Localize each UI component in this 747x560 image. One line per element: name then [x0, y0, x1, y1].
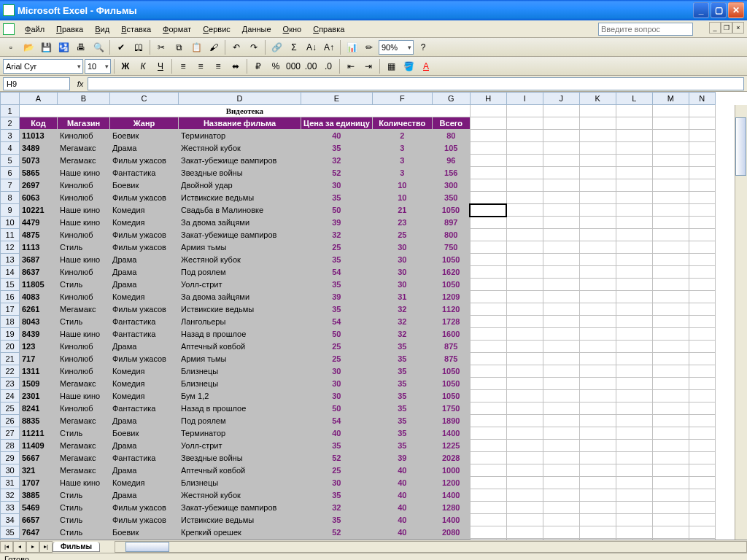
cell[interactable] [689, 117, 715, 130]
cell[interactable]: 40 [372, 477, 432, 489]
name-box[interactable]: H9 [3, 77, 70, 90]
cell[interactable] [689, 179, 715, 192]
cell[interactable] [579, 117, 616, 130]
cell[interactable] [689, 390, 715, 402]
cell[interactable]: Под роялем [179, 266, 301, 279]
cell[interactable] [579, 402, 616, 415]
cell[interactable] [652, 204, 689, 217]
cell[interactable]: 8835 [20, 415, 58, 427]
cell[interactable] [506, 514, 543, 526]
cell[interactable]: Драма [110, 440, 179, 452]
cell[interactable]: Драма [110, 539, 179, 540]
cell[interactable] [470, 266, 506, 279]
cell[interactable] [652, 291, 689, 303]
cell[interactable]: 25 [372, 229, 432, 241]
cell[interactable]: 2 [372, 130, 432, 142]
cell[interactable] [689, 526, 715, 539]
new-icon[interactable]: ▫ [3, 39, 19, 55]
cell[interactable]: 8439 [20, 328, 58, 341]
cell[interactable]: Драма [110, 142, 179, 155]
cell[interactable] [543, 204, 579, 217]
row-header[interactable]: 12 [1, 241, 20, 254]
cell[interactable]: Армия тьмы [179, 241, 301, 254]
cell[interactable] [543, 192, 579, 204]
cell[interactable] [506, 192, 543, 204]
cell[interactable]: 54 [301, 266, 373, 279]
cell[interactable]: 1209 [432, 291, 470, 303]
cell[interactable] [616, 254, 652, 266]
cell[interactable] [506, 279, 543, 291]
cell[interactable]: Комедия [110, 291, 179, 303]
cell[interactable]: 3 [372, 155, 432, 167]
cell[interactable] [689, 291, 715, 303]
cell[interactable]: 11211 [20, 427, 58, 440]
cell[interactable]: Бум 1,2 [179, 390, 301, 402]
cell[interactable]: 3885 [20, 489, 58, 502]
cell[interactable]: 35 [301, 489, 373, 502]
cell[interactable]: 2301 [20, 390, 58, 402]
cell[interactable] [616, 217, 652, 229]
col-header[interactable]: N [689, 93, 715, 105]
cell[interactable] [579, 229, 616, 241]
cell[interactable]: 5073 [20, 155, 58, 167]
cell[interactable] [652, 477, 689, 489]
cell[interactable]: Под роялем [179, 539, 301, 540]
col-header[interactable]: F [372, 93, 432, 105]
cell[interactable] [652, 179, 689, 192]
cell[interactable] [543, 179, 579, 192]
col-header[interactable]: M [652, 93, 689, 105]
cell[interactable]: 35 [372, 353, 432, 365]
cell[interactable]: Свадьба в Малиновке [179, 204, 301, 217]
cell[interactable]: Фильм ужасов [110, 229, 179, 241]
table-header-cell[interactable]: Код [20, 117, 58, 130]
cell[interactable]: Боевик [110, 427, 179, 440]
row-header[interactable]: 3 [1, 130, 20, 142]
cell[interactable] [689, 229, 715, 241]
cell[interactable]: Двойной удар [179, 179, 301, 192]
cell[interactable] [579, 341, 616, 353]
cell[interactable]: Жестяной кубок [179, 489, 301, 502]
cell[interactable]: 2080 [432, 526, 470, 539]
cell[interactable] [579, 142, 616, 155]
cell[interactable] [579, 241, 616, 254]
percent-icon[interactable]: % [268, 58, 284, 74]
cell[interactable]: 750 [432, 241, 470, 254]
cell[interactable]: Фильм ужасов [110, 353, 179, 365]
cell[interactable]: 54 [301, 316, 373, 328]
cell[interactable]: Комедия [110, 378, 179, 390]
col-header[interactable]: K [579, 93, 616, 105]
cell[interactable]: 1200 [432, 477, 470, 489]
cell[interactable]: Близнецы [179, 365, 301, 378]
cell[interactable] [506, 341, 543, 353]
cell[interactable]: 30 [372, 241, 432, 254]
row-header[interactable]: 26 [1, 415, 20, 427]
cell[interactable]: Иствикские ведьмы [179, 514, 301, 526]
cell[interactable]: Иствикские ведьмы [179, 192, 301, 204]
open-icon[interactable]: 📂 [20, 39, 36, 55]
cell[interactable] [470, 464, 506, 477]
cell[interactable]: Комедия [110, 477, 179, 489]
cell[interactable]: Аптечный ковбой [179, 464, 301, 477]
save-icon[interactable]: 💾 [38, 39, 54, 55]
cell[interactable]: 39 [301, 291, 373, 303]
cell[interactable] [616, 328, 652, 341]
cell[interactable]: Близнецы [179, 477, 301, 489]
cell[interactable]: 6657 [20, 514, 58, 526]
row-header[interactable]: 10 [1, 217, 20, 229]
cell[interactable] [506, 217, 543, 229]
cell[interactable]: Драма [110, 341, 179, 353]
cell[interactable]: Наше кино [58, 254, 110, 266]
cell[interactable]: 1225 [432, 440, 470, 452]
row-header[interactable]: 13 [1, 254, 20, 266]
cell[interactable]: 1113 [20, 241, 58, 254]
menu-Вид[interactable]: Вид [89, 23, 115, 36]
font-name-select[interactable]: Arial Cyr [3, 59, 83, 74]
col-header[interactable]: G [432, 93, 470, 105]
cell[interactable]: 3687 [20, 254, 58, 266]
cell[interactable] [543, 427, 579, 440]
row-header[interactable]: 14 [1, 266, 20, 279]
cell[interactable]: Фильм ужасов [110, 502, 179, 514]
vertical-scrollbar[interactable] [735, 105, 747, 540]
cell[interactable]: 35 [372, 440, 432, 452]
cell[interactable] [543, 291, 579, 303]
